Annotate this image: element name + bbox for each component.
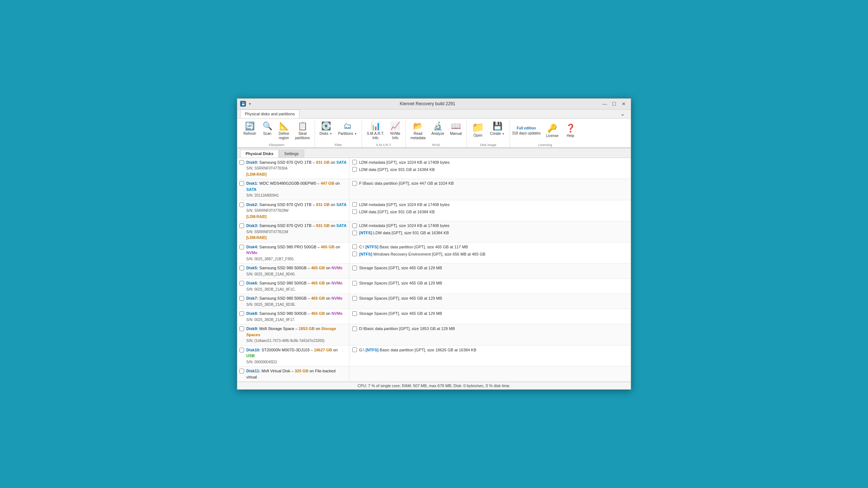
create-button[interactable]: 💾 Create ▼ (488, 120, 507, 137)
disk-left-disk2: Disk2: Samsung SSD 870 QVO 1TB – 931 GB … (237, 200, 349, 221)
disk-row: Disk2: Samsung SSD 870 QVO 1TB – 931 GB … (237, 200, 631, 222)
app-icon: 💾 (240, 101, 246, 107)
disk-checkbox-disk4[interactable] (239, 245, 244, 249)
inner-tabs: Physical Disks Settings (237, 148, 631, 158)
disk-checkbox-disk8[interactable] (239, 311, 244, 316)
refresh-button[interactable]: 🔄 Refresh (241, 120, 259, 137)
disk-partitions-disk7: Storage Spaces [GPT], size 465 GB at 129… (349, 294, 631, 309)
analyze-button[interactable]: 🔬 Analyze (429, 120, 447, 137)
disk-image-buttons: 📁 Open 💾 Create ▼ (469, 120, 507, 142)
partition-text: D:\Basic data partition [GPT], size 1853… (359, 326, 455, 331)
partition-row: F:\Basic data partition [GPT], size 447 … (352, 180, 628, 187)
app-menu-arrow[interactable]: ▼ (248, 102, 252, 106)
partition-checkbox[interactable] (352, 281, 357, 286)
scan-button[interactable]: 🔍 Scan (259, 120, 275, 137)
disk-partitions-disk9: D:\Basic data partition [GPT], size 1853… (349, 324, 631, 345)
ribbon-expand-button[interactable]: ⌄ (617, 110, 628, 118)
disk-checkbox-disk10[interactable] (239, 348, 244, 352)
disk-image-group-label: Disk image (480, 142, 497, 147)
ribbon-group-filter: 💽 Disks ▼ 🗂 Partitions ▼ Filter (315, 120, 362, 147)
partition-checkbox[interactable] (352, 296, 357, 301)
tab-physical-disks[interactable]: Physical Disks (240, 150, 279, 158)
partition-checkbox[interactable] (352, 231, 357, 235)
help-button[interactable]: ❓ Help (562, 122, 578, 140)
partition-checkbox[interactable] (352, 244, 357, 249)
disk-checkbox-disk6[interactable] (239, 281, 244, 286)
partition-checkbox[interactable] (352, 347, 357, 352)
disk-left-disk11: Disk11: Msft Virtual Disk – 320 GB on Fi… (237, 367, 349, 381)
manual-button[interactable]: 📖 Manual (447, 120, 464, 137)
smart-info-icon: 📊 (371, 121, 380, 131)
disk-row: Disk1: WDC WDS480G2G0B-00EPW0 – 447 GB o… (237, 179, 631, 200)
partition-text: LDM data [GPT], size 931 GB at 16384 KB (359, 210, 435, 214)
partition-checkbox[interactable] (352, 266, 357, 270)
disk-partitions-disk11 (349, 367, 631, 381)
partition-checkbox[interactable] (352, 223, 357, 228)
disk-row: Disk9: Msft Storage Space – 1853 GB on S… (237, 324, 631, 346)
disk-info-disk1: Disk1: WDC WDS480G2G0B-00EPW0 – 447 GB o… (246, 180, 347, 198)
disk-left-disk6: Disk6: Samsung SSD 980 500GB – 465 GB on… (237, 279, 349, 294)
scan-label: Scan (263, 132, 272, 136)
steal-partitions-button[interactable]: 📋 Stealpartitions (293, 120, 312, 142)
nvme-info-button[interactable]: 📈 NVMeInfo (387, 120, 403, 142)
disk-info-disk0: Disk0: Samsung SSD 870 QVO 1TB – 931 GB … (246, 159, 346, 177)
disk-info-disk5: Disk5: Samsung SSD 980 500GB – 465 GB on… (246, 265, 342, 277)
disk-checkbox-disk0[interactable] (239, 160, 244, 165)
refresh-icon: 🔄 (245, 121, 255, 131)
filter-group-label: Filter (335, 142, 342, 147)
minimize-button[interactable]: — (600, 100, 609, 108)
disk-partitions-disk1: F:\Basic data partition [GPT], size 447 … (349, 179, 631, 200)
raid-buttons: 📂 Readmetadata 🔬 Analyze 📖 Manual (408, 120, 464, 142)
ribbon-group-raid: 📂 Readmetadata 🔬 Analyze 📖 Manual RAID (406, 120, 467, 147)
disk-info-disk6: Disk6: Samsung SSD 980 500GB – 465 GB on… (246, 280, 342, 292)
disks-button[interactable]: 💽 Disks ▼ (317, 120, 335, 137)
partition-checkbox[interactable] (352, 181, 357, 186)
partition-checkbox[interactable] (352, 167, 357, 172)
partition-checkbox[interactable] (352, 252, 357, 256)
ribbon-group-filesystem: 🔄 Refresh 🔍 Scan 📐 Defineregion 📋 Stealp… (239, 120, 315, 147)
license-label: License (546, 134, 558, 138)
read-metadata-icon: 📂 (413, 121, 423, 131)
disk-partitions-disk5: Storage Spaces [GPT], size 465 GB at 129… (349, 264, 631, 278)
ribbon-tab-bar: Physical disks and partitions ⌄ (237, 110, 631, 119)
partition-checkbox[interactable] (352, 311, 357, 316)
partition-row: Storage Spaces [GPT], size 465 GB at 129… (352, 264, 628, 271)
raid-group-label: RAID (432, 142, 440, 147)
partition-row: LDM data [GPT], size 931 GB at 16384 KB (352, 166, 628, 173)
disk-left-disk3: Disk3: Samsung SSD 870 QVO 1TB – 931 GB … (237, 221, 349, 242)
disk-checkbox-disk2[interactable] (239, 202, 244, 207)
licensing-group-label: Licensing (538, 142, 552, 147)
scan-icon: 🔍 (263, 121, 272, 131)
define-region-button[interactable]: 📐 Defineregion (276, 120, 292, 142)
close-button[interactable]: ✕ (619, 100, 628, 108)
disk-checkbox-disk3[interactable] (239, 223, 244, 228)
disk-left-disk9: Disk9: Msft Storage Space – 1853 GB on S… (237, 324, 349, 345)
partition-row: LDM metadata [GPT], size 1024 KB at 1740… (352, 159, 628, 166)
partition-checkbox[interactable] (352, 202, 357, 207)
disk-checkbox-disk1[interactable] (239, 181, 244, 186)
license-button[interactable]: 🔑 License (544, 122, 561, 140)
days-label: 318 days updates (512, 131, 541, 135)
nvme-info-label: NVMeInfo (390, 132, 400, 140)
partitions-icon: 🗂 (344, 121, 352, 131)
help-label: Help (567, 134, 574, 138)
maximize-button[interactable]: ☐ (610, 100, 618, 108)
tab-settings[interactable]: Settings (279, 150, 304, 158)
window-controls: — ☐ ✕ (600, 100, 628, 108)
open-label: Open (473, 133, 482, 137)
disk-checkbox-disk7[interactable] (239, 296, 244, 301)
smart-info-button[interactable]: 📊 S.M.A.R.T.Info (364, 120, 387, 142)
disk-checkbox-disk5[interactable] (239, 266, 244, 270)
disk-checkbox-disk9[interactable] (239, 326, 244, 331)
ribbon-tab-physical-disks[interactable]: Physical disks and partitions (240, 110, 299, 118)
disk-checkbox-disk11[interactable] (239, 369, 244, 373)
disk-info-disk9: Disk9: Msft Storage Space – 1853 GB on S… (246, 326, 347, 344)
partition-checkbox[interactable] (352, 326, 357, 331)
partition-checkbox[interactable] (352, 160, 357, 164)
partitions-button[interactable]: 🗂 Partitions ▼ (336, 120, 359, 137)
partition-checkbox[interactable] (352, 209, 357, 214)
partition-text: [NTFS] LDM data [GPT], size 931 GB at 16… (359, 231, 449, 235)
read-metadata-button[interactable]: 📂 Readmetadata (408, 120, 428, 142)
open-button[interactable]: 📁 Open (469, 120, 487, 139)
partition-row: G:\ [NTFS] Basic data partition [GPT], s… (352, 346, 628, 354)
